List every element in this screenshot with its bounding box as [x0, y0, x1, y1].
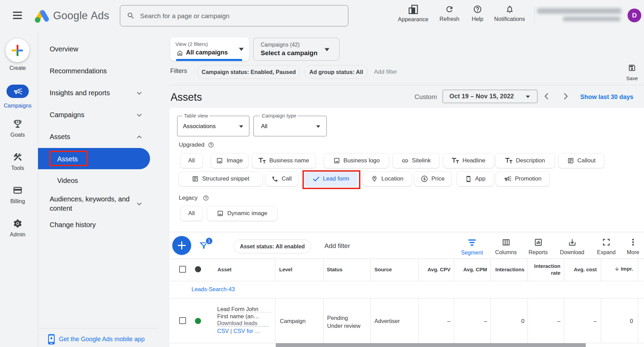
- svg-text:$: $: [423, 177, 425, 181]
